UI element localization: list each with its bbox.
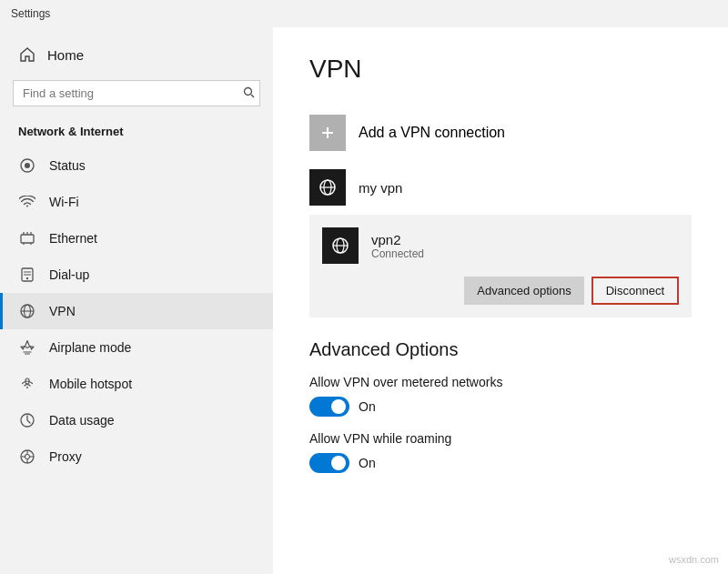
svg-point-0: [245, 87, 252, 95]
sidebar-home-label: Home: [47, 47, 84, 63]
vpn2-info: vpn2 Connected: [371, 232, 424, 260]
search-button[interactable]: [243, 86, 255, 101]
app-title: Settings: [11, 7, 50, 20]
add-vpn-label: Add a VPN connection: [359, 125, 505, 141]
myvpn-info: my vpn: [359, 180, 402, 196]
sidebar-item-datausage[interactable]: Data usage: [0, 402, 273, 438]
toggle-roaming-thumb: [331, 456, 346, 470]
sidebar-label-ethernet: Ethernet: [49, 231, 97, 246]
title-bar: Settings: [0, 0, 728, 27]
vpn-icon: [18, 302, 36, 320]
sidebar-item-hotspot[interactable]: Mobile hotspot: [0, 366, 273, 402]
home-icon: [18, 45, 36, 64]
dialup-icon: [18, 266, 36, 284]
sidebar-label-hotspot: Mobile hotspot: [49, 377, 132, 391]
sidebar-item-dialup[interactable]: Dial-up: [0, 257, 273, 293]
svg-point-11: [26, 277, 28, 279]
toggle-metered-state: On: [359, 399, 376, 414]
advanced-options-button[interactable]: Advanced options: [464, 277, 583, 305]
sidebar-label-dialup: Dial-up: [49, 267, 89, 282]
proxy-icon: [18, 448, 36, 466]
svg-rect-4: [21, 235, 34, 243]
svg-point-3: [25, 163, 30, 168]
disconnect-button[interactable]: Disconnect: [592, 277, 679, 305]
hotspot-icon: [18, 375, 36, 393]
option-roaming-label: Allow VPN while roaming: [309, 431, 692, 446]
sidebar-label-datausage: Data usage: [49, 413, 115, 428]
sidebar-label-airplane: Airplane mode: [49, 340, 131, 355]
toggle-roaming-row: On: [309, 453, 692, 473]
option-metered: Allow VPN over metered networks On: [309, 375, 692, 417]
svg-line-1: [251, 95, 254, 97]
content-area: VPN Add a VPN connection my vpn: [273, 27, 728, 574]
vpn2-name: vpn2: [371, 232, 424, 247]
sidebar-item-wifi[interactable]: Wi-Fi: [0, 184, 273, 220]
sidebar-item-vpn[interactable]: VPN: [0, 293, 273, 329]
add-vpn-icon: [309, 115, 346, 151]
option-roaming: Allow VPN while roaming On: [309, 431, 692, 473]
toggle-metered-thumb: [331, 399, 346, 414]
vpn2-icon: [322, 227, 359, 264]
search-input[interactable]: [13, 80, 260, 106]
toggle-roaming-track: [309, 453, 349, 473]
add-vpn-button[interactable]: Add a VPN connection: [309, 106, 692, 160]
sidebar-item-proxy[interactable]: Proxy: [0, 438, 273, 475]
toggle-roaming[interactable]: [309, 453, 349, 473]
sidebar-item-ethernet[interactable]: Ethernet: [0, 220, 273, 257]
status-icon: [18, 156, 36, 175]
sidebar-label-wifi: Wi-Fi: [49, 195, 79, 209]
wifi-icon: [18, 193, 36, 211]
sidebar-label-proxy: Proxy: [49, 449, 82, 464]
sidebar-item-status[interactable]: Status: [0, 147, 273, 184]
sidebar: Home Network & Internet Status: [0, 27, 273, 574]
myvpn-icon: [309, 169, 346, 206]
svg-point-22: [25, 455, 30, 459]
toggle-roaming-state: On: [359, 456, 376, 470]
vpn2-status: Connected: [371, 247, 424, 260]
advanced-options-title: Advanced Options: [309, 339, 692, 360]
vpn2-block: vpn2 Connected Advanced options Disconne…: [309, 215, 692, 317]
toggle-metered[interactable]: [309, 397, 349, 417]
airplane-icon: [18, 338, 36, 357]
sidebar-label-status: Status: [49, 158, 86, 173]
vpn-item-myvpn[interactable]: my vpn: [309, 160, 692, 215]
sidebar-section-title: Network & Internet: [0, 119, 273, 147]
page-title: VPN: [309, 55, 692, 84]
ethernet-icon: [18, 229, 36, 247]
toggle-metered-row: On: [309, 397, 692, 417]
sidebar-item-home[interactable]: Home: [0, 36, 273, 73]
myvpn-name: my vpn: [359, 180, 402, 196]
search-container: [13, 80, 260, 106]
option-metered-label: Allow VPN over metered networks: [309, 375, 692, 389]
watermark: wsxdn.com: [669, 554, 719, 565]
toggle-metered-track: [309, 397, 349, 417]
sidebar-item-airplane[interactable]: Airplane mode: [0, 329, 273, 366]
vpn2-actions: Advanced options Disconnect: [322, 277, 679, 305]
datausage-icon: [18, 411, 36, 429]
sidebar-label-vpn: VPN: [49, 304, 76, 318]
vpn2-header: vpn2 Connected: [322, 227, 679, 264]
